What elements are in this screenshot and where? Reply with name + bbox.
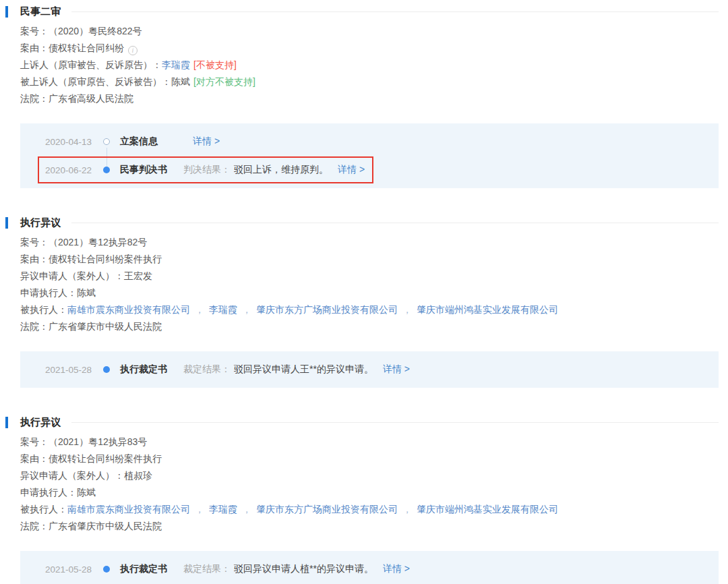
- case-list: 民事二审案号：（2020）粤民终822号案由：债权转让合同纠纷上诉人（原审被告、…: [5, 4, 719, 584]
- field-label: 法院：: [20, 93, 49, 104]
- field-label: 被执行人：: [20, 304, 67, 315]
- field-value: 债权转让合同纠纷案件执行: [49, 254, 162, 264]
- timeline-dot-filled-icon: [103, 167, 110, 173]
- divider: [71, 422, 719, 423]
- section-title: 执行异议: [20, 416, 61, 429]
- case-field: 被上诉人（原审原告、反诉被告）：陈斌[对方不被支持]: [20, 74, 719, 90]
- field-label: 异议申请人（案外人）：: [20, 270, 124, 281]
- document-type-label: 民事判决书: [120, 164, 175, 176]
- timeline-row: 2020-04-13立案信息详情 >: [45, 134, 220, 149]
- timeline-dot-hollow-icon: [103, 138, 110, 145]
- document-type-label: 立案信息: [120, 136, 175, 148]
- case-field: 法院：广东省肇庆市中级人民法院: [20, 318, 719, 335]
- party-link[interactable]: 肇庆市东方广场商业投资有限公司: [256, 304, 398, 315]
- field-value: 王宏发: [124, 270, 152, 281]
- result-text: 驳回异议申请人王**的异议申请。: [234, 363, 373, 376]
- party-link[interactable]: 李瑞霞: [209, 504, 237, 515]
- result-label: 裁定结果：: [183, 563, 231, 575]
- case-field: 案号：（2021）粤12执异82号: [20, 234, 719, 251]
- separator: ，: [195, 304, 204, 315]
- separator: ，: [242, 504, 251, 515]
- detail-link[interactable]: 详情 >: [383, 563, 410, 575]
- result-label: 判决结果：: [183, 164, 231, 176]
- section-title: 民事二审: [20, 5, 61, 18]
- party-link[interactable]: 李瑞霞: [162, 59, 190, 70]
- party-link[interactable]: 肇庆市端州鸿基实业发展有限公司: [417, 304, 558, 315]
- case-section: 执行异议案号：（2021）粤12执异82号案由：债权转让合同纠纷案件执行异议申请…: [5, 215, 719, 388]
- field-value: 广东省高级人民法院: [49, 93, 133, 104]
- case-section: 民事二审案号：（2020）粤民终822号案由：债权转让合同纠纷上诉人（原审被告、…: [5, 4, 719, 188]
- separator: ，: [402, 304, 412, 315]
- field-label: 案号：: [20, 436, 49, 447]
- detail-link[interactable]: 详情 >: [193, 136, 220, 148]
- case-field: 申请执行人：陈斌: [20, 285, 719, 301]
- field-value: 植叔珍: [124, 470, 152, 481]
- support-status-tag: [不被支持]: [193, 59, 237, 70]
- field-label: 案由：: [20, 42, 49, 53]
- case-field: 案号：（2020）粤民终822号: [20, 23, 719, 40]
- result-text: 驳回上诉，维持原判。: [234, 164, 328, 176]
- timeline-row: 2021-05-28执行裁定书裁定结果：驳回异议申请人植**的异议申请。详情 >: [45, 562, 410, 577]
- case-fields: 案号：（2021）粤12执异82号案由：债权转让合同纠纷案件执行异议申请人（案外…: [20, 234, 719, 335]
- field-label: 申请执行人：: [20, 487, 77, 498]
- timeline: 2020-04-13立案信息详情 >2020-06-22民事判决书判决结果：驳回…: [20, 123, 719, 188]
- case-field: 被执行人：南雄市震东商业投资有限公司，李瑞霞，肇庆市东方广场商业投资有限公司，肇…: [20, 501, 719, 518]
- party-link[interactable]: 南雄市震东商业投资有限公司: [67, 304, 190, 315]
- field-value: 陈斌: [171, 76, 190, 87]
- field-label: 法院：: [20, 521, 49, 531]
- case-field: 法院：广东省高级人民法院: [20, 90, 719, 107]
- case-field: 案号：（2021）粤12执异83号: [20, 434, 719, 450]
- case-fields: 案号：（2021）粤12执异83号案由：债权转让合同纠纷案件执行异议申请人（案外…: [20, 434, 719, 535]
- case-field: 上诉人（原审被告、反诉原告）：李瑞霞[不被支持]: [20, 57, 719, 74]
- field-value: 债权转让合同纠纷: [49, 42, 124, 53]
- timeline-row: 2021-05-28执行裁定书裁定结果：驳回异议申请人王**的异议申请。详情 >: [45, 362, 410, 377]
- field-value: （2020）粤民终822号: [49, 26, 142, 36]
- field-label: 案由：: [20, 453, 49, 464]
- case-field: 案由：债权转让合同纠纷案件执行: [20, 251, 719, 268]
- party-link[interactable]: 肇庆市端州鸿基实业发展有限公司: [417, 504, 558, 515]
- document-type-label: 执行裁定书: [120, 563, 175, 575]
- detail-link[interactable]: 详情 >: [338, 164, 365, 176]
- field-label: 上诉人（原审被告、反诉原告）：: [20, 59, 162, 70]
- timeline-date: 2020-06-22: [45, 165, 103, 175]
- field-value: （2021）粤12执异82号: [49, 237, 147, 247]
- section-accent-bar: [5, 217, 8, 229]
- divider: [71, 223, 719, 223]
- separator: ，: [242, 304, 251, 315]
- field-value: 陈斌: [77, 287, 96, 298]
- timeline-row-highlighted: 2020-06-22民事判决书判决结果：驳回上诉，维持原判。详情 >: [45, 163, 365, 177]
- result-text: 驳回异议申请人植**的异议申请。: [234, 563, 373, 575]
- support-status-tag: [对方不被支持]: [193, 76, 255, 87]
- field-label: 案号：: [20, 26, 49, 36]
- party-link[interactable]: 肇庆市东方广场商业投资有限公司: [256, 504, 398, 515]
- field-label: 案号：: [20, 237, 49, 247]
- timeline-dot-filled-icon: [103, 566, 110, 573]
- party-link[interactable]: 李瑞霞: [209, 304, 237, 315]
- field-label: 案由：: [20, 254, 49, 264]
- field-value: 债权转让合同纠纷案件执行: [49, 453, 162, 464]
- info-icon[interactable]: [128, 46, 138, 55]
- case-field: 异议申请人（案外人）：植叔珍: [20, 467, 719, 484]
- timeline: 2021-05-28执行裁定书裁定结果：驳回异议申请人植**的异议申请。详情 >: [20, 551, 719, 584]
- case-field: 申请执行人：陈斌: [20, 484, 719, 501]
- field-label: 申请执行人：: [20, 287, 77, 298]
- timeline-date: 2021-05-28: [45, 564, 103, 575]
- field-value: （2021）粤12执异83号: [49, 436, 147, 447]
- separator: ，: [195, 504, 204, 515]
- separator: ，: [402, 504, 412, 515]
- case-fields: 案号：（2020）粤民终822号案由：债权转让合同纠纷上诉人（原审被告、反诉原告…: [20, 23, 719, 107]
- field-label: 被上诉人（原审原告、反诉被告）：: [20, 76, 171, 87]
- case-field: 异议申请人（案外人）：王宏发: [20, 268, 719, 285]
- field-label: 法院：: [20, 321, 49, 332]
- field-value: 广东省肇庆市中级人民法院: [49, 321, 162, 332]
- field-label: 被执行人：: [20, 504, 67, 515]
- case-field: 法院：广东省肇庆市中级人民法院: [20, 518, 719, 535]
- case-field: 被执行人：南雄市震东商业投资有限公司，李瑞霞，肇庆市东方广场商业投资有限公司，肇…: [20, 301, 719, 318]
- party-link[interactable]: 南雄市震东商业投资有限公司: [67, 504, 190, 515]
- detail-link[interactable]: 详情 >: [383, 363, 410, 376]
- case-section: 执行异议案号：（2021）粤12执异83号案由：债权转让合同纠纷案件执行异议申请…: [5, 415, 719, 584]
- divider: [71, 11, 719, 12]
- timeline: 2021-05-28执行裁定书裁定结果：驳回异议申请人王**的异议申请。详情 >: [20, 351, 719, 388]
- field-value: 陈斌: [77, 487, 96, 498]
- field-label: 异议申请人（案外人）：: [20, 470, 124, 481]
